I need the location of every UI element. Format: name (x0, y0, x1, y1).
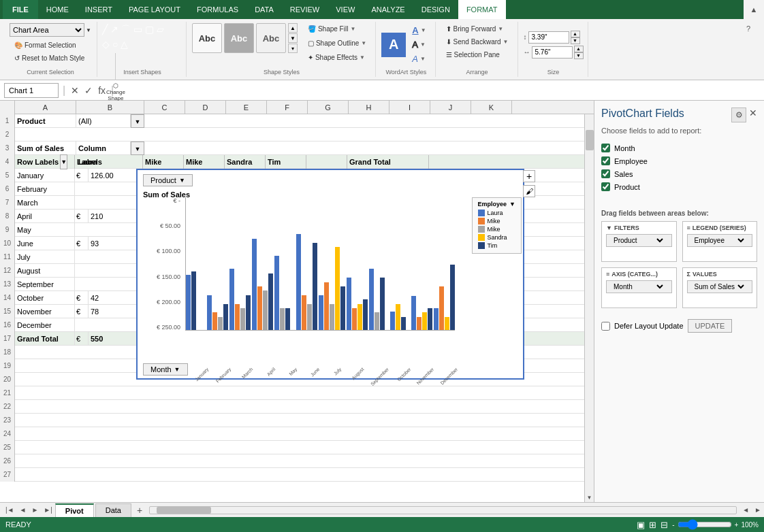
cell-C1-dropdown[interactable]: ▼ (131, 114, 144, 128)
cell-B14[interactable]: € (75, 291, 89, 305)
bar-april-4[interactable] (268, 273, 273, 330)
cell-E4[interactable]: Mike (184, 155, 225, 169)
bar-november-0[interactable] (411, 296, 416, 330)
cell-B8[interactable]: € (75, 210, 89, 223)
cell-C10[interactable]: 93 (89, 237, 143, 250)
shape-fill-arrow[interactable]: ▼ (350, 26, 355, 32)
parallelogram-shape-icon[interactable]: ▱ (156, 23, 165, 37)
diamond-shape-icon[interactable]: ◇ (101, 38, 110, 50)
current-selection-arrow[interactable]: ▼ (86, 27, 91, 33)
filters-value[interactable]: Product (606, 234, 672, 247)
axis-select[interactable]: Month (611, 282, 665, 291)
sheet-nav-last[interactable]: ►| (41, 505, 55, 515)
tab-home[interactable]: HOME (38, 0, 77, 19)
bar-july-2[interactable] (330, 304, 334, 330)
curve-shape-icon[interactable]: ⌒ (121, 23, 131, 37)
shape-style-btn-2[interactable]: Abc (224, 23, 254, 53)
bar-september-4[interactable] (380, 278, 385, 330)
vertical-scrollbar[interactable]: ▲ ▼ (584, 101, 594, 502)
text-effects-arrow[interactable]: ▼ (420, 56, 426, 62)
legend-select[interactable]: Employee (692, 236, 746, 245)
cell-C17[interactable]: 550 (89, 332, 143, 346)
col-header-E[interactable]: E (226, 101, 267, 114)
cell-A7[interactable]: March (15, 196, 75, 210)
chart-product-dropdown-icon[interactable]: ▼ (179, 177, 185, 184)
bar-january-4[interactable] (191, 271, 196, 330)
bar-july-4[interactable] (340, 286, 345, 330)
send-backward-btn[interactable]: ⬇ Send Backward ▼ (441, 36, 513, 48)
roundrect-shape-icon[interactable]: ▢ (144, 23, 155, 37)
bar-october-0[interactable] (390, 312, 395, 330)
field-checkbox-employee[interactable] (601, 156, 610, 165)
text-fill-arrow[interactable]: ▼ (421, 27, 426, 33)
page-layout-view-btn[interactable]: ⊞ (649, 520, 656, 530)
vscroll-down-btn[interactable]: ▼ (585, 493, 594, 502)
col-header-A[interactable]: A (15, 101, 76, 114)
cell-B15[interactable]: € (75, 305, 89, 318)
tab-design[interactable]: DESIGN (413, 0, 458, 19)
width-input[interactable] (532, 46, 573, 59)
sheet-nav-next[interactable]: ► (29, 505, 41, 515)
shape-style-btn-3[interactable]: Abc (256, 23, 286, 53)
cell-A1[interactable]: Product (15, 114, 76, 128)
sheet-tab-pivot[interactable]: Pivot (55, 503, 94, 517)
shape-outline-arrow[interactable]: ▼ (361, 40, 366, 46)
legend-value[interactable]: Employee (687, 234, 753, 247)
ribbon-collapse-btn[interactable]: ▲ (744, 0, 764, 19)
oval-shape-icon[interactable]: ○ (112, 38, 118, 50)
bar-august-0[interactable] (347, 278, 351, 330)
styles-scroll-down[interactable]: ▼ (288, 33, 298, 43)
change-shape-btn[interactable]: ⬡ Change Shape (104, 80, 127, 103)
bar-august-3[interactable] (357, 304, 362, 330)
chart-month-dropdown-icon[interactable]: ▼ (174, 366, 180, 373)
sheet-tab-data[interactable]: Data (95, 503, 131, 517)
bar-february-2[interactable] (218, 317, 223, 330)
name-box[interactable] (4, 83, 59, 98)
col-header-C[interactable]: C (144, 101, 185, 114)
sheet-nav-first[interactable]: |◄ (3, 505, 17, 515)
text-outline-arrow[interactable]: ▼ (420, 41, 426, 48)
field-checkbox-sales[interactable] (601, 169, 610, 178)
shape-fill-btn[interactable]: 🪣 Shape Fill ▼ (303, 23, 371, 35)
cell-D4[interactable]: Mike (143, 155, 184, 169)
rect-shape-icon[interactable]: ▭ (133, 23, 143, 37)
cancel-formula-btn[interactable]: ✕ (69, 84, 80, 97)
bar-march-2[interactable] (240, 308, 245, 330)
bar-october-4[interactable] (401, 317, 406, 330)
tab-data[interactable]: DATA (246, 0, 282, 19)
hscroll-right-btn[interactable]: ► (752, 506, 764, 514)
cell-C5[interactable]: 126.00 (89, 169, 143, 182)
text-effects-btn[interactable]: A ▼ (407, 52, 430, 66)
col-header-K[interactable]: K (471, 101, 512, 114)
cell-A4[interactable]: Row Labels ▼ (15, 155, 75, 169)
field-checkbox-month[interactable] (601, 144, 610, 152)
axis-value[interactable]: Month (606, 280, 672, 293)
bar-july-0[interactable] (319, 295, 323, 330)
bar-december-0[interactable] (434, 308, 439, 330)
format-selection-btn[interactable]: 🎨 Format Selection (10, 39, 81, 51)
cell-A9[interactable]: May (15, 223, 75, 237)
bar-august-1[interactable] (352, 308, 357, 330)
field-checkbox-product[interactable] (601, 182, 610, 191)
bar-april-0[interactable] (252, 239, 257, 330)
normal-view-btn[interactable]: ▣ (637, 520, 645, 530)
cell-A17[interactable]: Grand Total (15, 332, 75, 346)
page-break-view-btn[interactable]: ⊟ (660, 520, 668, 530)
col-header-G[interactable]: G (308, 101, 349, 114)
hscroll-thumb[interactable] (157, 507, 211, 514)
chart-add-element-btn[interactable]: + (523, 170, 535, 182)
hscroll-track[interactable] (149, 506, 737, 514)
pivot-chart[interactable]: Product ▼ Sum of Sales € 250.00 € 200.00… (136, 169, 524, 380)
ribbon-help-btn[interactable]: ? (746, 22, 760, 77)
reset-style-btn[interactable]: ↺ Reset to Match Style (10, 52, 89, 64)
cell-A16[interactable]: December (15, 318, 75, 332)
bring-forward-btn[interactable]: ⬆ Bring Forward ▼ (441, 23, 509, 35)
bar-june-2[interactable] (307, 304, 312, 330)
cell-A6[interactable]: February (15, 182, 75, 196)
bar-july-1[interactable] (324, 282, 329, 330)
bar-january-0[interactable] (186, 275, 191, 330)
bar-august-4[interactable] (363, 299, 368, 330)
tab-page-layout[interactable]: PAGE LAYOUT (121, 0, 189, 19)
selection-pane-btn[interactable]: ☰ Selection Pane (441, 49, 505, 61)
add-sheet-btn[interactable]: + (133, 503, 146, 517)
